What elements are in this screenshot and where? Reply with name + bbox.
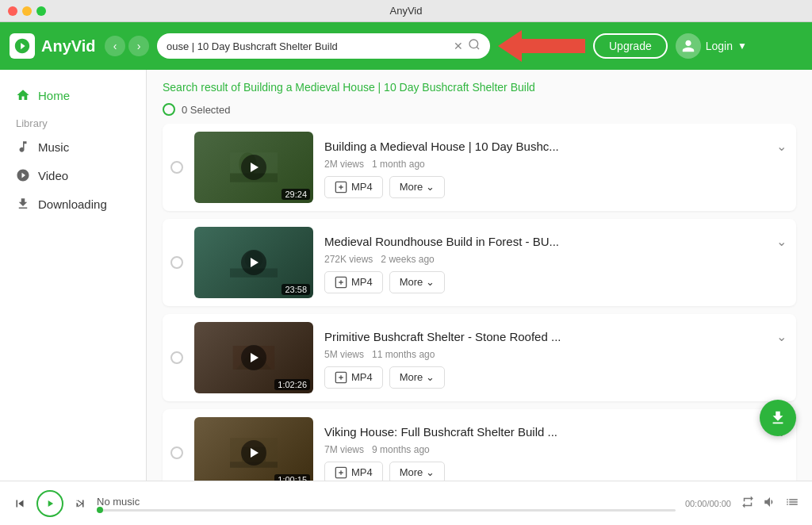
result-actions: MP4 More ⌄ <box>324 462 788 481</box>
search-clear-icon[interactable]: ✕ <box>454 40 463 52</box>
search-prefix: Search result of <box>163 81 243 94</box>
mp4-button[interactable]: MP4 <box>324 366 383 389</box>
library-label: Library <box>0 109 146 132</box>
logo-text: AnyVid <box>41 37 96 56</box>
sidebar-item-video[interactable]: Video <box>0 161 146 190</box>
search-icon[interactable] <box>468 38 481 54</box>
repeat-button[interactable] <box>741 495 755 512</box>
result-meta: 272K views 2 weeks ago <box>324 254 788 265</box>
expand-button[interactable]: ⌄ <box>775 137 788 155</box>
player-right-buttons <box>741 495 799 512</box>
duration-badge: 1:00:15 <box>274 474 310 481</box>
sidebar-video-label: Video <box>38 169 68 182</box>
result-item: 29:24 Building a Medieval House | 10 Day… <box>163 124 796 211</box>
track-name: No music <box>97 496 676 508</box>
volume-button[interactable] <box>763 495 777 512</box>
sidebar-item-music[interactable]: Music <box>0 132 146 161</box>
window-controls <box>8 6 46 16</box>
logo-icon <box>10 33 35 59</box>
result-checkbox[interactable] <box>170 351 183 364</box>
result-title: Viking House: Full Bushcraft Shelter Bui… <box>324 425 557 439</box>
more-button[interactable]: More ⌄ <box>389 176 445 198</box>
result-title-row: Viking House: Full Bushcraft Shelter Bui… <box>324 423 788 441</box>
more-button[interactable]: More ⌄ <box>389 462 445 481</box>
window-title: AnyVid <box>390 5 423 17</box>
avatar <box>676 33 701 59</box>
play-overlay[interactable] <box>241 250 266 275</box>
maximize-button[interactable] <box>36 6 46 16</box>
thumbnail[interactable]: 29:24 <box>194 132 313 203</box>
thumbnail[interactable]: 1:02:26 <box>194 322 313 393</box>
play-pause-button[interactable] <box>36 490 63 517</box>
result-meta: 2M views 1 month ago <box>324 159 788 170</box>
title-bar: AnyVid <box>0 0 812 22</box>
expand-button[interactable]: ⌄ <box>775 232 788 251</box>
result-info: Building a Medieval House | 10 Day Bushc… <box>324 137 788 198</box>
result-info: Primitive Bushcraft Shelter - Stone Roof… <box>324 328 788 389</box>
minimize-button[interactable] <box>22 6 32 16</box>
duration-badge: 29:24 <box>282 189 310 200</box>
result-checkbox[interactable] <box>170 256 183 269</box>
nav-bar: AnyVid ‹ › ouse | 10 Day Bushcraft Shelt… <box>0 22 812 70</box>
bottom-player: No music 00:00/00:00 <box>0 481 812 525</box>
play-overlay[interactable] <box>241 440 266 466</box>
duration-badge: 23:58 <box>282 284 310 295</box>
duration-badge: 1:02:26 <box>274 379 310 390</box>
forward-button[interactable]: › <box>128 36 149 56</box>
login-label: Login <box>706 40 733 52</box>
result-title-row: Building a Medieval House | 10 Day Bushc… <box>324 137 788 155</box>
result-item: 23:58 Medieval Roundhouse Build in Fores… <box>163 219 796 306</box>
result-title-row: Primitive Bushcraft Shelter - Stone Roof… <box>324 328 788 346</box>
next-button[interactable] <box>73 496 87 511</box>
more-button[interactable]: More ⌄ <box>389 271 445 293</box>
arrow-indicator <box>498 30 585 62</box>
result-item: 1:02:26 Primitive Bushcraft Shelter - St… <box>163 314 796 401</box>
mp4-button[interactable]: MP4 <box>324 462 383 481</box>
sidebar-home-label: Home <box>38 89 70 102</box>
close-button[interactable] <box>8 6 17 16</box>
logo: AnyVid <box>10 33 97 59</box>
search-value: ouse | 10 Day Bushcraft Shelter Build <box>167 40 449 52</box>
thumbnail[interactable]: 23:58 <box>194 227 313 298</box>
progress-bar[interactable] <box>97 509 676 512</box>
result-title: Primitive Bushcraft Shelter - Stone Roof… <box>324 330 561 343</box>
search-result-header: Search result of Building a Medieval Hou… <box>147 70 812 100</box>
result-checkbox[interactable] <box>170 161 183 174</box>
sidebar-item-downloading[interactable]: Downloading <box>0 190 146 218</box>
player-track: No music <box>97 496 676 512</box>
svg-line-1 <box>477 47 479 49</box>
svg-point-0 <box>469 40 478 48</box>
result-info: Viking House: Full Bushcraft Shelter Bui… <box>324 423 788 481</box>
play-overlay[interactable] <box>241 345 266 370</box>
sidebar-item-home[interactable]: Home <box>0 81 146 109</box>
prev-button[interactable] <box>13 496 27 511</box>
result-actions: MP4 More ⌄ <box>324 366 788 389</box>
play-overlay[interactable] <box>241 155 266 180</box>
more-button[interactable]: More ⌄ <box>389 366 445 389</box>
queue-button[interactable] <box>785 495 799 512</box>
login-area[interactable]: Login ▼ <box>676 33 747 59</box>
sidebar: Home Library Music Video Downloading <box>0 70 147 481</box>
selected-row: 0 Selected <box>147 100 812 124</box>
expand-button[interactable]: ⌄ <box>775 328 788 346</box>
thumbnail[interactable]: 1:00:15 <box>194 417 313 481</box>
result-info: Medieval Roundhouse Build in Forest - BU… <box>324 232 788 293</box>
download-fab[interactable] <box>760 400 796 436</box>
upgrade-button[interactable]: Upgrade <box>593 33 668 59</box>
result-title: Medieval Roundhouse Build in Forest - BU… <box>324 235 559 248</box>
results-list: 29:24 Building a Medieval House | 10 Day… <box>147 124 812 481</box>
selected-count: 0 Selected <box>182 104 230 116</box>
result-item: 1:00:15 Viking House: Full Bushcraft She… <box>163 409 796 481</box>
result-checkbox[interactable] <box>170 446 183 459</box>
mp4-button[interactable]: MP4 <box>324 271 383 293</box>
result-title: Building a Medieval House | 10 Day Bushc… <box>324 140 559 153</box>
progress-dot <box>97 507 103 513</box>
search-bar[interactable]: ouse | 10 Day Bushcraft Shelter Build ✕ <box>157 33 490 59</box>
result-meta: 7M views 9 months ago <box>324 444 788 455</box>
mp4-button[interactable]: MP4 <box>324 176 383 198</box>
nav-arrows: ‹ › <box>105 36 149 56</box>
back-button[interactable]: ‹ <box>105 36 125 56</box>
main-layout: Home Library Music Video Downloading Sea… <box>0 70 812 481</box>
select-all-circle[interactable] <box>163 103 175 116</box>
result-actions: MP4 More ⌄ <box>324 271 788 293</box>
